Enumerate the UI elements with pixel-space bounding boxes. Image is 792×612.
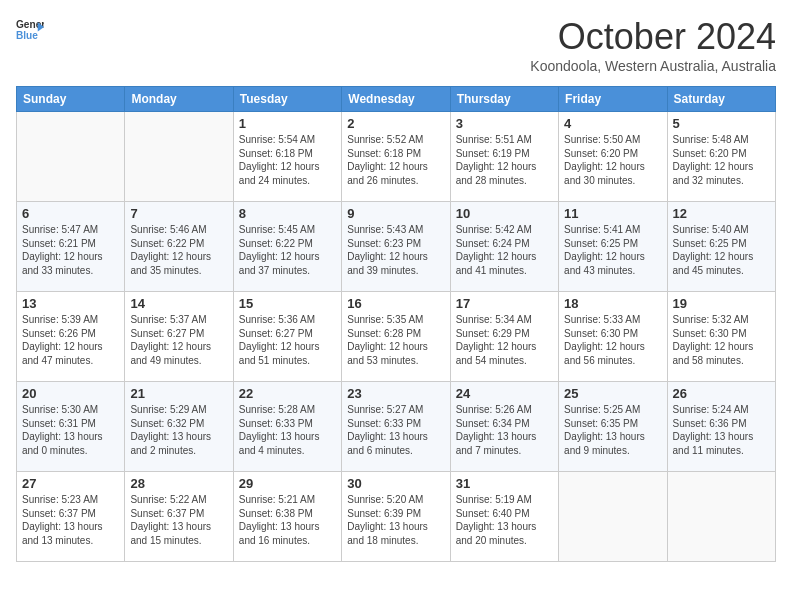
calendar-cell: 12Sunrise: 5:40 AM Sunset: 6:25 PM Dayli… (667, 202, 775, 292)
month-title: October 2024 (530, 16, 776, 58)
calendar-week-row: 1Sunrise: 5:54 AM Sunset: 6:18 PM Daylig… (17, 112, 776, 202)
day-number: 15 (239, 296, 336, 311)
day-info: Sunrise: 5:35 AM Sunset: 6:28 PM Dayligh… (347, 313, 444, 367)
day-info: Sunrise: 5:22 AM Sunset: 6:37 PM Dayligh… (130, 493, 227, 547)
day-info: Sunrise: 5:40 AM Sunset: 6:25 PM Dayligh… (673, 223, 770, 277)
day-info: Sunrise: 5:48 AM Sunset: 6:20 PM Dayligh… (673, 133, 770, 187)
day-number: 26 (673, 386, 770, 401)
day-info: Sunrise: 5:34 AM Sunset: 6:29 PM Dayligh… (456, 313, 553, 367)
day-info: Sunrise: 5:28 AM Sunset: 6:33 PM Dayligh… (239, 403, 336, 457)
day-info: Sunrise: 5:20 AM Sunset: 6:39 PM Dayligh… (347, 493, 444, 547)
day-info: Sunrise: 5:24 AM Sunset: 6:36 PM Dayligh… (673, 403, 770, 457)
calendar-cell: 13Sunrise: 5:39 AM Sunset: 6:26 PM Dayli… (17, 292, 125, 382)
calendar-cell (125, 112, 233, 202)
day-info: Sunrise: 5:27 AM Sunset: 6:33 PM Dayligh… (347, 403, 444, 457)
calendar-cell: 22Sunrise: 5:28 AM Sunset: 6:33 PM Dayli… (233, 382, 341, 472)
day-info: Sunrise: 5:25 AM Sunset: 6:35 PM Dayligh… (564, 403, 661, 457)
day-number: 6 (22, 206, 119, 221)
day-number: 21 (130, 386, 227, 401)
weekday-header: Sunday (17, 87, 125, 112)
calendar-cell: 23Sunrise: 5:27 AM Sunset: 6:33 PM Dayli… (342, 382, 450, 472)
calendar-cell (667, 472, 775, 562)
day-number: 10 (456, 206, 553, 221)
day-number: 3 (456, 116, 553, 131)
title-section: October 2024 Koondoola, Western Australi… (530, 16, 776, 74)
calendar-cell: 21Sunrise: 5:29 AM Sunset: 6:32 PM Dayli… (125, 382, 233, 472)
weekday-header-row: SundayMondayTuesdayWednesdayThursdayFrid… (17, 87, 776, 112)
day-info: Sunrise: 5:54 AM Sunset: 6:18 PM Dayligh… (239, 133, 336, 187)
calendar-cell: 11Sunrise: 5:41 AM Sunset: 6:25 PM Dayli… (559, 202, 667, 292)
day-info: Sunrise: 5:19 AM Sunset: 6:40 PM Dayligh… (456, 493, 553, 547)
calendar-cell: 28Sunrise: 5:22 AM Sunset: 6:37 PM Dayli… (125, 472, 233, 562)
day-info: Sunrise: 5:23 AM Sunset: 6:37 PM Dayligh… (22, 493, 119, 547)
calendar-cell: 29Sunrise: 5:21 AM Sunset: 6:38 PM Dayli… (233, 472, 341, 562)
day-number: 5 (673, 116, 770, 131)
day-info: Sunrise: 5:50 AM Sunset: 6:20 PM Dayligh… (564, 133, 661, 187)
day-info: Sunrise: 5:30 AM Sunset: 6:31 PM Dayligh… (22, 403, 119, 457)
day-number: 14 (130, 296, 227, 311)
day-info: Sunrise: 5:41 AM Sunset: 6:25 PM Dayligh… (564, 223, 661, 277)
day-number: 7 (130, 206, 227, 221)
calendar-cell: 19Sunrise: 5:32 AM Sunset: 6:30 PM Dayli… (667, 292, 775, 382)
day-info: Sunrise: 5:39 AM Sunset: 6:26 PM Dayligh… (22, 313, 119, 367)
day-info: Sunrise: 5:32 AM Sunset: 6:30 PM Dayligh… (673, 313, 770, 367)
logo-icon: General Blue (16, 16, 44, 44)
day-number: 20 (22, 386, 119, 401)
day-number: 11 (564, 206, 661, 221)
calendar-cell: 7Sunrise: 5:46 AM Sunset: 6:22 PM Daylig… (125, 202, 233, 292)
calendar-cell: 30Sunrise: 5:20 AM Sunset: 6:39 PM Dayli… (342, 472, 450, 562)
day-number: 19 (673, 296, 770, 311)
calendar-cell (559, 472, 667, 562)
calendar-cell: 24Sunrise: 5:26 AM Sunset: 6:34 PM Dayli… (450, 382, 558, 472)
day-info: Sunrise: 5:45 AM Sunset: 6:22 PM Dayligh… (239, 223, 336, 277)
day-info: Sunrise: 5:37 AM Sunset: 6:27 PM Dayligh… (130, 313, 227, 367)
calendar-cell: 25Sunrise: 5:25 AM Sunset: 6:35 PM Dayli… (559, 382, 667, 472)
calendar-cell: 8Sunrise: 5:45 AM Sunset: 6:22 PM Daylig… (233, 202, 341, 292)
day-number: 18 (564, 296, 661, 311)
weekday-header: Tuesday (233, 87, 341, 112)
logo: General Blue (16, 16, 44, 44)
location-subtitle: Koondoola, Western Australia, Australia (530, 58, 776, 74)
calendar-cell: 9Sunrise: 5:43 AM Sunset: 6:23 PM Daylig… (342, 202, 450, 292)
day-number: 24 (456, 386, 553, 401)
day-number: 22 (239, 386, 336, 401)
calendar-week-row: 27Sunrise: 5:23 AM Sunset: 6:37 PM Dayli… (17, 472, 776, 562)
day-info: Sunrise: 5:36 AM Sunset: 6:27 PM Dayligh… (239, 313, 336, 367)
day-info: Sunrise: 5:26 AM Sunset: 6:34 PM Dayligh… (456, 403, 553, 457)
day-info: Sunrise: 5:52 AM Sunset: 6:18 PM Dayligh… (347, 133, 444, 187)
calendar-cell: 26Sunrise: 5:24 AM Sunset: 6:36 PM Dayli… (667, 382, 775, 472)
day-info: Sunrise: 5:21 AM Sunset: 6:38 PM Dayligh… (239, 493, 336, 547)
day-info: Sunrise: 5:29 AM Sunset: 6:32 PM Dayligh… (130, 403, 227, 457)
day-number: 30 (347, 476, 444, 491)
day-number: 16 (347, 296, 444, 311)
svg-text:Blue: Blue (16, 30, 38, 41)
calendar-cell: 5Sunrise: 5:48 AM Sunset: 6:20 PM Daylig… (667, 112, 775, 202)
day-number: 13 (22, 296, 119, 311)
calendar-table: SundayMondayTuesdayWednesdayThursdayFrid… (16, 86, 776, 562)
day-number: 17 (456, 296, 553, 311)
calendar-cell: 18Sunrise: 5:33 AM Sunset: 6:30 PM Dayli… (559, 292, 667, 382)
day-info: Sunrise: 5:42 AM Sunset: 6:24 PM Dayligh… (456, 223, 553, 277)
day-number: 1 (239, 116, 336, 131)
day-info: Sunrise: 5:46 AM Sunset: 6:22 PM Dayligh… (130, 223, 227, 277)
calendar-cell: 1Sunrise: 5:54 AM Sunset: 6:18 PM Daylig… (233, 112, 341, 202)
calendar-cell: 15Sunrise: 5:36 AM Sunset: 6:27 PM Dayli… (233, 292, 341, 382)
weekday-header: Friday (559, 87, 667, 112)
calendar-cell: 10Sunrise: 5:42 AM Sunset: 6:24 PM Dayli… (450, 202, 558, 292)
weekday-header: Monday (125, 87, 233, 112)
day-number: 4 (564, 116, 661, 131)
day-number: 25 (564, 386, 661, 401)
day-number: 27 (22, 476, 119, 491)
calendar-week-row: 6Sunrise: 5:47 AM Sunset: 6:21 PM Daylig… (17, 202, 776, 292)
calendar-cell (17, 112, 125, 202)
calendar-cell: 4Sunrise: 5:50 AM Sunset: 6:20 PM Daylig… (559, 112, 667, 202)
day-number: 29 (239, 476, 336, 491)
calendar-week-row: 20Sunrise: 5:30 AM Sunset: 6:31 PM Dayli… (17, 382, 776, 472)
day-info: Sunrise: 5:47 AM Sunset: 6:21 PM Dayligh… (22, 223, 119, 277)
calendar-cell: 6Sunrise: 5:47 AM Sunset: 6:21 PM Daylig… (17, 202, 125, 292)
day-info: Sunrise: 5:43 AM Sunset: 6:23 PM Dayligh… (347, 223, 444, 277)
day-number: 8 (239, 206, 336, 221)
day-info: Sunrise: 5:51 AM Sunset: 6:19 PM Dayligh… (456, 133, 553, 187)
day-number: 9 (347, 206, 444, 221)
page-header: General Blue October 2024 Koondoola, Wes… (16, 16, 776, 74)
